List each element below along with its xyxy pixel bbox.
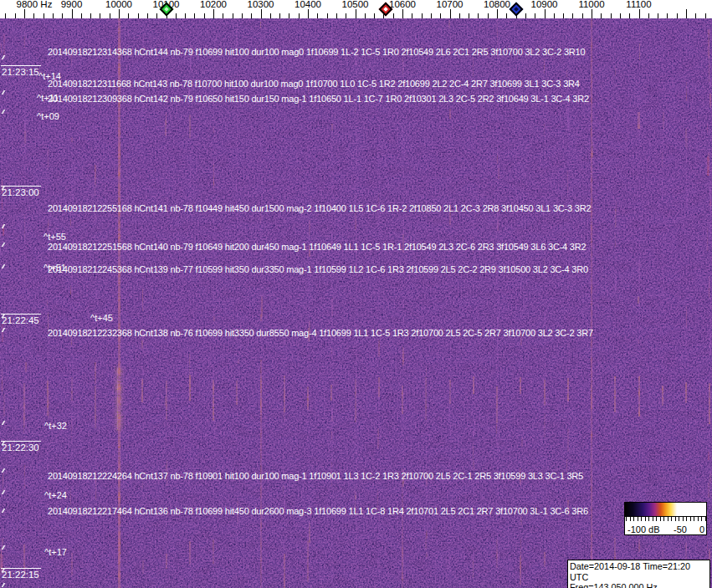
freq-label: 9900: [61, 0, 83, 9]
time-minor-tick: [2, 243, 6, 247]
time-minor-tick: [2, 90, 6, 95]
event-marker: ^t+32: [44, 421, 67, 431]
freq-tick: [223, 13, 223, 18]
freq-label: 10600: [389, 0, 416, 9]
db-color-scale: -100 dB -50 0: [624, 502, 707, 535]
time-minor-tick: [2, 328, 6, 332]
time-minor-tick: [2, 110, 6, 114]
detection-line: 20140918212217464 hCnt136 nb-78 f10699 h…: [48, 506, 588, 516]
freq-tick: [563, 13, 564, 18]
freq-tick: [72, 9, 73, 18]
freq-tick: [459, 13, 460, 18]
time-label: 21:23:00: [1, 186, 41, 197]
time-minor-tick: [2, 468, 6, 473]
freq-tick: [554, 13, 555, 18]
detection-line: 20140918212309368 hCnt142 nb-79 f10650 h…: [48, 94, 589, 104]
info-date-time: Date=2014-09-18 Time=21:20 UTC: [570, 561, 709, 582]
freq-tick: [194, 13, 195, 18]
freq-label: 10800: [484, 0, 510, 9]
freq-tick: [138, 13, 139, 18]
spectrogram-canvas[interactable]: 21:23:1521:23:0021:22:4521:22:3021:22:15…: [0, 18, 712, 588]
freq-tick: [582, 13, 583, 18]
info-frequency: Freq=143 050 000 Hz: [570, 582, 709, 588]
freq-label: 11100: [626, 0, 651, 9]
freq-tick: [412, 13, 412, 18]
time-label: 21:22:15: [1, 568, 41, 580]
db-ruler-tick: [648, 517, 649, 521]
time-label: 21:22:30: [1, 441, 41, 453]
freq-tick: [356, 9, 356, 18]
time-minor-tick: [2, 264, 6, 268]
freq-label: 10000: [105, 0, 132, 9]
db-label-max: 0: [699, 524, 704, 534]
freq-tick: [535, 13, 535, 18]
freq-tick: [213, 9, 214, 18]
freq-tick: [327, 13, 328, 18]
freq-tick: [53, 13, 54, 18]
freq-tick: [270, 13, 271, 18]
frequency-axis[interactable]: 9800 Hz990010000101001020010300104001050…: [0, 0, 712, 18]
freq-tick: [506, 13, 507, 18]
freq-label: 10700: [437, 0, 464, 9]
freq-tick: [611, 13, 612, 18]
event-marker: ^t+55: [44, 232, 66, 242]
db-ruler-tick: [675, 517, 676, 521]
freq-tick: [393, 13, 394, 18]
detection-line: 20140918212311668 hCnt143 nb-78 f10700 h…: [48, 79, 580, 89]
freq-tick: [81, 13, 82, 18]
freq-tick: [44, 13, 44, 18]
freq-tick: [629, 13, 630, 18]
freq-tick: [204, 13, 205, 18]
freq-tick: [525, 13, 526, 18]
event-marker: ^t+51: [44, 263, 66, 273]
db-ruler-tick: [671, 517, 672, 521]
detection-line: 20140918212251568 hCnt140 nb-79 f10649 h…: [48, 242, 586, 252]
freq-tick: [261, 9, 262, 18]
freq-tick: [33, 13, 34, 18]
marker-blue-diamond-icon[interactable]: [511, 4, 521, 14]
freq-tick: [402, 9, 403, 18]
freq-tick: [365, 13, 366, 18]
marker-red-diamond-icon[interactable]: [381, 4, 391, 14]
db-ruler-tick: [641, 517, 642, 521]
db-ruler-tick: [683, 517, 684, 521]
db-ruler-tick: [660, 517, 661, 521]
time-label: 21:22:45: [1, 314, 41, 325]
freq-tick: [24, 9, 25, 18]
freq-tick: [469, 13, 469, 18]
freq-tick: [450, 9, 451, 18]
freq-tick: [686, 9, 687, 18]
freq-tick: [251, 13, 252, 18]
freq-tick: [658, 13, 658, 18]
freq-label: 9800 Hz: [17, 0, 53, 9]
db-ruler-tick: [653, 517, 653, 521]
freq-tick: [233, 13, 233, 18]
db-label-min: -100 dB: [627, 524, 660, 534]
db-ruler: -100 dB -50 0: [624, 517, 707, 535]
freq-tick: [185, 13, 186, 18]
freq-tick: [677, 13, 678, 18]
freq-tick: [100, 13, 100, 18]
freq-tick: [317, 13, 318, 18]
freq-label: 10200: [200, 0, 227, 9]
freq-tick: [15, 13, 16, 18]
db-ruler-tick: [633, 517, 634, 521]
db-ruler-tick: [694, 517, 694, 521]
event-marker: ^t+24: [44, 490, 67, 500]
freq-tick: [620, 13, 621, 18]
detection-line: 20140918212245368 hCnt139 nb-77 f10599 h…: [48, 264, 588, 274]
db-ruler-tick: [668, 517, 668, 521]
marker-green-diamond-icon[interactable]: [161, 4, 172, 14]
db-label-mid: -50: [674, 524, 687, 534]
freq-tick: [176, 13, 177, 18]
freq-tick: [147, 13, 148, 18]
freq-tick: [478, 13, 479, 18]
freq-tick: [62, 13, 63, 18]
db-ruler-tick: [656, 517, 657, 521]
freq-tick: [336, 13, 337, 18]
freq-tick: [705, 13, 706, 18]
detection-line: 20140918212224264 hCnt137 nb-78 f10901 h…: [48, 471, 583, 481]
freq-tick: [488, 13, 489, 18]
db-gradient-bar: [624, 502, 707, 517]
db-ruler-tick: [698, 517, 699, 521]
